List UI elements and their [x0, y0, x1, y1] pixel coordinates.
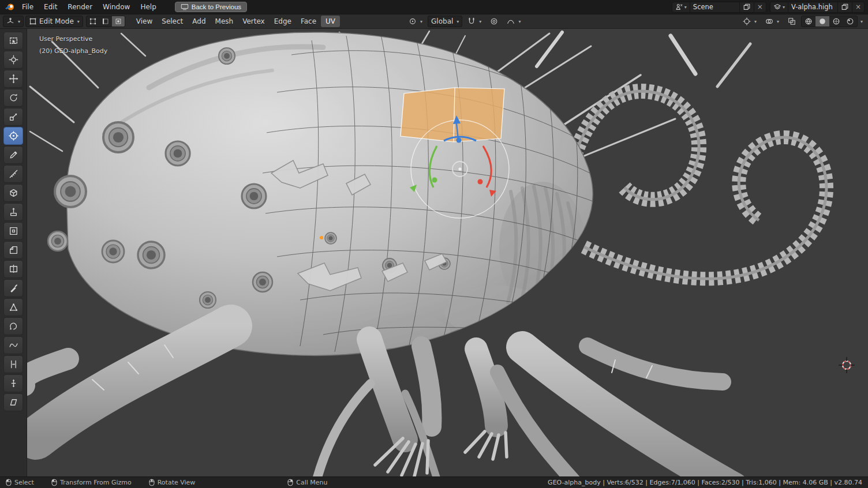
knife-tool[interactable] — [3, 279, 23, 297]
shrink-fatten-tool[interactable] — [3, 374, 23, 392]
back-to-previous-label: Back to Previous — [192, 3, 241, 10]
material-sphere-icon — [832, 17, 840, 25]
new-view-layer-button[interactable] — [837, 2, 852, 12]
menu-add[interactable]: Add — [188, 16, 210, 27]
selected-vertex[interactable] — [320, 236, 323, 239]
bevel-tool[interactable] — [3, 241, 23, 259]
chevron-down-icon: ▾ — [754, 19, 757, 24]
creature-body — [66, 32, 593, 356]
menu-file[interactable]: File — [17, 2, 38, 12]
mouse-left-icon — [6, 479, 12, 486]
topbar: File Edit Render Window Help Back to Pre… — [0, 0, 868, 14]
add-cube-tool[interactable] — [3, 184, 23, 202]
view-layer-name-field[interactable]: V-alpha.high — [788, 2, 837, 12]
view-layer-selector: ▾ V-alpha.high × — [770, 2, 865, 13]
rotate-tool[interactable] — [3, 89, 23, 107]
face-select-mode-button[interactable] — [112, 16, 125, 27]
duplicate-icon — [743, 3, 751, 11]
viewport-3d[interactable]: User Perspective (20) GEO-alpha_Body — [27, 29, 868, 476]
viewport-3d-scene — [27, 29, 868, 476]
solid-shading-button[interactable] — [815, 16, 829, 27]
magnet-icon — [467, 17, 476, 25]
proportional-falloff-dropdown[interactable]: ▾ — [503, 16, 524, 27]
chevron-down-icon: ▾ — [518, 19, 521, 24]
snap-toggle-button[interactable]: ▾ — [464, 16, 485, 27]
measure-tool[interactable] — [3, 165, 23, 183]
menu-mesh[interactable]: Mesh — [211, 16, 238, 27]
remove-view-layer-button[interactable]: × — [852, 2, 864, 12]
proportional-editing-icon — [490, 17, 498, 25]
menu-window[interactable]: Window — [98, 2, 134, 12]
edge-select-mode-button[interactable] — [99, 16, 112, 27]
hint-label: Transform From Gizmo — [60, 479, 132, 486]
back-to-previous-button[interactable]: Back to Previous — [175, 2, 247, 12]
wireframe-shading-button[interactable] — [802, 16, 815, 27]
blender-logo-icon[interactable] — [3, 2, 16, 12]
selected-face[interactable] — [401, 88, 504, 142]
app: { "topbar": { "menus": ["File", "Edit", … — [0, 0, 868, 488]
shear-tool[interactable] — [3, 393, 23, 411]
menu-edge[interactable]: Edge — [270, 16, 296, 27]
transform-orientation-dropdown[interactable]: Global ▾ — [428, 16, 462, 27]
editor-type-dropdown[interactable]: ▾ — [3, 16, 24, 27]
hint-transform-from-gizmo: Transform From Gizmo — [51, 479, 132, 486]
viewport-editor-icon — [6, 17, 14, 25]
chevron-down-icon: ▾ — [479, 19, 481, 24]
creature-tail-combs — [568, 91, 826, 279]
annotate-tool[interactable] — [3, 146, 23, 164]
toolbar — [0, 29, 27, 476]
menu-face[interactable]: Face — [296, 16, 321, 27]
xray-toggle-button[interactable] — [784, 16, 799, 27]
poly-build-tool[interactable] — [3, 298, 23, 316]
material-preview-shading-button[interactable] — [829, 16, 843, 27]
creature-legs — [27, 326, 733, 476]
spin-tool[interactable] — [3, 317, 23, 335]
gizmo-y-handle[interactable] — [432, 178, 437, 183]
overlays-dropdown[interactable]: ▾ — [762, 16, 783, 27]
box-select-tool[interactable] — [3, 32, 23, 50]
gizmo-x-handle[interactable] — [478, 179, 483, 185]
edge-slide-tool[interactable] — [3, 355, 23, 373]
menu-select[interactable]: Select — [157, 16, 188, 27]
cursor-3d[interactable] — [839, 357, 855, 373]
pivot-point-dropdown[interactable]: ▾ — [405, 16, 426, 27]
topbar-right: ▾ Scene × ▾ V-alpha.high × — [672, 2, 865, 13]
rendered-shading-button[interactable] — [843, 16, 857, 27]
chevron-down-icon: ▾ — [420, 19, 422, 24]
cursor-tool[interactable] — [3, 51, 23, 69]
move-tool[interactable] — [3, 70, 23, 88]
hint-call-menu: Call Menu — [287, 479, 327, 486]
scene-browse-button[interactable]: ▾ — [672, 2, 690, 12]
shading-dropdown[interactable]: ▾ — [860, 19, 863, 24]
wireframe-sphere-icon — [805, 17, 813, 25]
select-mode-group — [86, 16, 125, 27]
transform-tool[interactable] — [3, 127, 23, 145]
menu-help[interactable]: Help — [136, 2, 160, 12]
new-scene-button[interactable] — [739, 2, 754, 12]
hint-label: Select — [14, 479, 34, 486]
loop-cut-tool[interactable] — [3, 260, 23, 278]
hint-rotate-view: Rotate View — [149, 479, 196, 486]
main-area: User Perspective (20) GEO-alpha_Body — [0, 29, 868, 476]
vertex-select-mode-button[interactable] — [87, 16, 99, 27]
view-layer-browse-button[interactable]: ▾ — [770, 2, 788, 12]
menu-vertex[interactable]: Vertex — [238, 16, 270, 27]
smooth-tool[interactable] — [3, 336, 23, 354]
solid-sphere-icon — [818, 17, 826, 25]
menu-uv[interactable]: UV — [321, 16, 340, 27]
chevron-down-icon: ▾ — [457, 19, 459, 24]
proportional-editing-toggle[interactable] — [487, 16, 502, 27]
menu-edit[interactable]: Edit — [39, 2, 62, 12]
extrude-region-tool[interactable] — [3, 203, 23, 221]
mode-dropdown[interactable]: Edit Mode ▾ — [25, 16, 83, 27]
transform-settings: ▾ Global ▾ ▾ ▾ — [405, 16, 524, 27]
menu-view[interactable]: View — [132, 16, 157, 27]
unlink-scene-button[interactable]: × — [754, 2, 766, 12]
scene-name-field[interactable]: Scene — [690, 2, 739, 12]
edge-select-icon — [102, 17, 110, 25]
menu-render[interactable]: Render — [63, 2, 97, 12]
show-gizmo-dropdown[interactable]: ▾ — [739, 16, 760, 27]
inset-faces-tool[interactable] — [3, 222, 23, 240]
scale-tool[interactable] — [3, 108, 23, 126]
mouse-middle-icon — [149, 479, 155, 486]
